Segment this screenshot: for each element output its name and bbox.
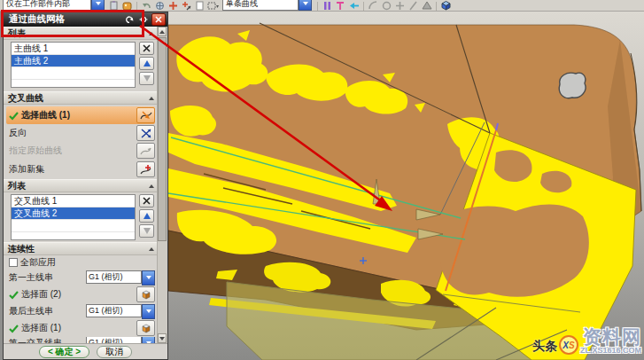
add-new-set-icon[interactable] bbox=[136, 161, 155, 177]
list-item-selected[interactable]: 主曲线 2 bbox=[12, 55, 135, 67]
cross-list-header[interactable]: 列表 bbox=[4, 179, 158, 192]
last-primary-dropdown[interactable]: G1 (相切) bbox=[86, 304, 155, 319]
list-item-empty[interactable] bbox=[12, 232, 135, 240]
list-item-empty[interactable] bbox=[12, 220, 135, 232]
reverse-row: 反向 bbox=[4, 124, 158, 142]
paste-icon[interactable] bbox=[108, 0, 120, 11]
slash-icon[interactable] bbox=[407, 0, 419, 11]
add-icon[interactable] bbox=[167, 0, 179, 11]
list-item[interactable]: 交叉曲线 1 bbox=[12, 195, 135, 207]
first-primary-dropdown[interactable]: G1 (相切) bbox=[86, 270, 155, 286]
globe-icon[interactable] bbox=[154, 0, 166, 11]
dialog-titlebar[interactable]: 通过曲线网格 bbox=[4, 12, 167, 27]
reset-icon[interactable] bbox=[123, 14, 136, 25]
collapse-icon[interactable] bbox=[149, 97, 154, 100]
origin-curve-icon bbox=[136, 143, 155, 159]
primary-curve-list: 主曲线 1 主曲线 2 bbox=[4, 40, 158, 90]
curve-rule-combo[interactable]: 单条曲线 bbox=[222, 0, 312, 11]
chevron-down-icon[interactable] bbox=[142, 270, 155, 286]
cancel-button[interactable]: 取消 bbox=[97, 346, 132, 358]
select-face-icon[interactable] bbox=[136, 320, 155, 336]
first-cross-dropdown[interactable]: G1 (相切) bbox=[86, 337, 155, 343]
select-face-1-row: 选择面 (1) bbox=[4, 319, 158, 337]
through-curve-mesh-dialog: 通过曲线网格 列表 主曲线 1 主曲线 2 交叉曲线 bbox=[3, 12, 168, 360]
watermark-url: ZL.XS1616.COM bbox=[580, 347, 641, 355]
arc-icon[interactable] bbox=[368, 0, 379, 11]
dialog-body: 列表 主曲线 1 主曲线 2 交叉曲线 选择曲线 (1) 反向 bbox=[4, 27, 167, 343]
check-icon bbox=[9, 111, 19, 121]
collapse-icon[interactable] bbox=[149, 32, 154, 35]
collapse-icon[interactable] bbox=[149, 184, 154, 188]
dialog-title: 通过曲线网格 bbox=[9, 13, 65, 26]
viewport-3d[interactable] bbox=[168, 11, 644, 360]
page-icon[interactable] bbox=[194, 0, 206, 11]
check-icon bbox=[9, 290, 19, 300]
scroll-down-icon[interactable] bbox=[158, 333, 167, 343]
continuity-header[interactable]: 连续性 bbox=[4, 242, 158, 255]
apply-all-checkbox[interactable] bbox=[9, 258, 18, 267]
cross-curve-header[interactable]: 交叉曲线 bbox=[4, 91, 158, 105]
list-item[interactable]: 主曲线 1 bbox=[12, 43, 135, 55]
first-primary-row: 第一主线串 G1 (相切) bbox=[4, 270, 158, 286]
chevron-down-icon[interactable] bbox=[299, 0, 312, 11]
watermark: 头条 XS 资料网 ZL.XS1616.COM bbox=[532, 327, 641, 355]
surface-hole bbox=[559, 73, 586, 98]
settings-icon[interactable] bbox=[137, 14, 150, 25]
apply-all-row: 全部应用 bbox=[4, 255, 158, 270]
arrow-icon[interactable] bbox=[348, 0, 360, 11]
cone-icon[interactable] bbox=[421, 0, 432, 11]
select-face-2-row: 选择面 (2) bbox=[4, 286, 158, 303]
dialog-scrollbar[interactable] bbox=[157, 27, 167, 343]
curve-rule-value: 单条曲线 bbox=[222, 0, 299, 11]
add-to-set-icon[interactable] bbox=[181, 0, 192, 11]
add-new-set-row: 添加新集 bbox=[4, 160, 158, 179]
last-primary-row: 最后主线串 G1 (相切) bbox=[4, 303, 158, 319]
first-cross-row: 第一交叉线串 G1 (相切) bbox=[4, 337, 158, 343]
select-curve-icon[interactable] bbox=[136, 107, 155, 123]
solid-cube-icon[interactable] bbox=[440, 0, 452, 11]
top-toolbar: 仅在工作部件内部 单条曲线 bbox=[0, 0, 644, 12]
plus-icon[interactable] bbox=[394, 0, 406, 11]
watermark-logo: XS bbox=[559, 335, 578, 355]
move-down-icon[interactable] bbox=[139, 224, 154, 238]
undo-icon[interactable] bbox=[141, 0, 152, 11]
close-icon[interactable] bbox=[151, 13, 166, 26]
scroll-up-icon[interactable] bbox=[158, 27, 167, 36]
selection-scope-combo[interactable]: 仅在工作部件内部 bbox=[3, 0, 105, 11]
circle-icon[interactable] bbox=[381, 0, 392, 11]
list-item-empty[interactable] bbox=[12, 80, 135, 88]
chevron-down-icon[interactable] bbox=[91, 0, 105, 11]
list-item-empty[interactable] bbox=[12, 67, 135, 80]
reverse-direction-icon[interactable] bbox=[136, 125, 155, 141]
collapse-icon[interactable] bbox=[149, 247, 154, 251]
watermark-prefix: 头条 bbox=[532, 339, 557, 355]
primary-list-header[interactable]: 列表 bbox=[4, 27, 158, 40]
select-face-icon[interactable] bbox=[136, 286, 155, 302]
chevron-down-icon[interactable] bbox=[142, 304, 155, 319]
selection-scope-value: 仅在工作部件内部 bbox=[3, 0, 91, 11]
cross-curve-list: 交叉曲线 1 交叉曲线 2 bbox=[4, 192, 158, 242]
check-icon bbox=[9, 324, 19, 333]
ok-button[interactable]: < 确定 > bbox=[39, 346, 89, 358]
palette-icon[interactable] bbox=[121, 0, 133, 11]
chevron-down-icon[interactable] bbox=[142, 337, 155, 343]
text-tool-icon[interactable] bbox=[335, 0, 346, 11]
move-up-icon[interactable] bbox=[139, 209, 154, 223]
selection-rectangle-icon[interactable] bbox=[207, 0, 219, 11]
select-curve-row[interactable]: 选择曲线 (1) bbox=[6, 106, 155, 124]
remove-icon[interactable] bbox=[139, 42, 154, 55]
remove-icon[interactable] bbox=[139, 194, 154, 207]
specify-origin-curve-row: 指定原始曲线 bbox=[4, 142, 158, 160]
parallel-bars-icon[interactable] bbox=[322, 0, 333, 11]
dialog-footer: < 确定 > 取消 bbox=[4, 343, 167, 359]
scrollbar-thumb[interactable] bbox=[158, 37, 167, 241]
list-item-selected[interactable]: 交叉曲线 2 bbox=[12, 207, 135, 220]
watermark-site: 资料网 bbox=[583, 327, 641, 346]
move-up-icon[interactable] bbox=[139, 57, 154, 70]
move-down-icon[interactable] bbox=[139, 72, 154, 85]
